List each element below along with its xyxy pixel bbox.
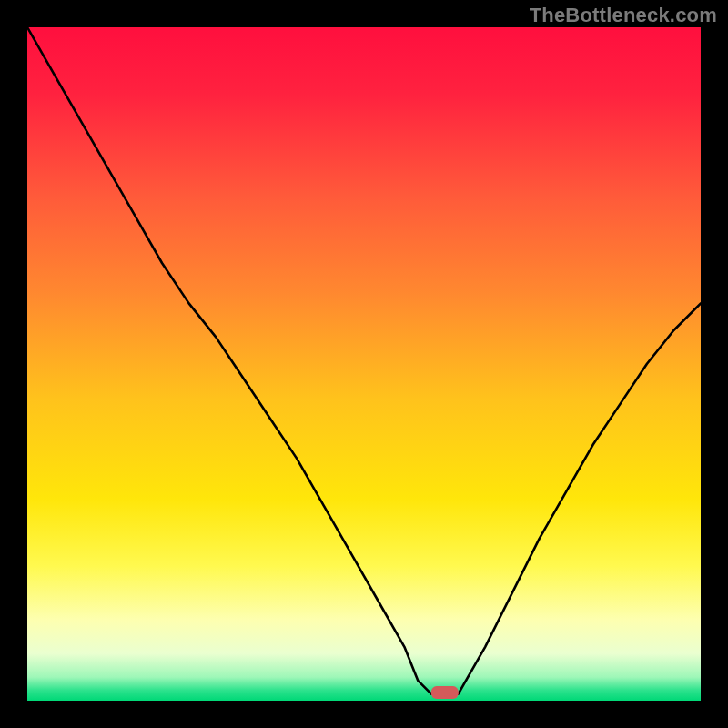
chart-frame: TheBottleneck.com (0, 0, 728, 728)
watermark-text: TheBottleneck.com (530, 4, 717, 27)
gradient-background (27, 27, 701, 701)
chart-svg (27, 27, 701, 701)
optimal-marker (431, 686, 459, 699)
plot-area (27, 27, 701, 701)
